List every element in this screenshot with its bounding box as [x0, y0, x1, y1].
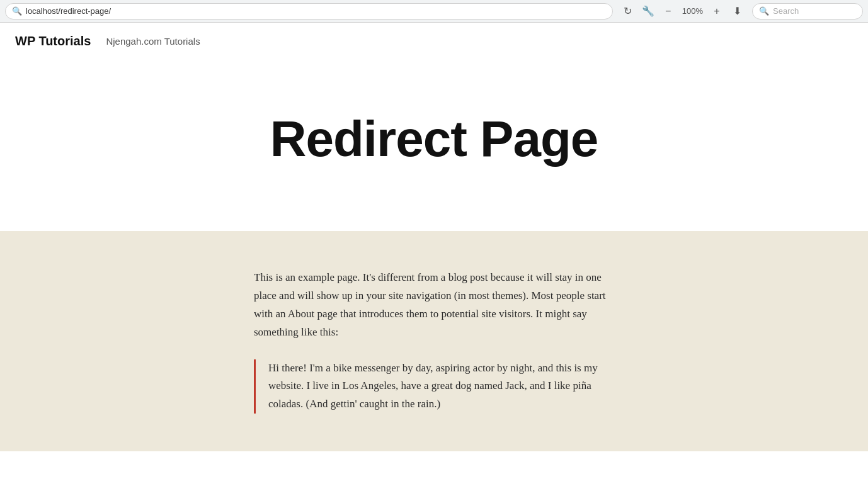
content-inner: This is an example page. It's different … — [239, 269, 629, 414]
address-bar[interactable]: 🔍 localhost/redirect-page/ — [5, 3, 613, 20]
blockquote-text: Hi there! I'm a bike messenger by day, a… — [268, 359, 614, 414]
browser-search-bar[interactable]: 🔍 Search — [752, 3, 863, 20]
nav-link-tutorials[interactable]: Njengah.com Tutorials — [106, 36, 200, 47]
browser-controls: ↻ 🔧 − 100% + ⬇ — [615, 3, 750, 20]
tools-button[interactable]: 🔧 — [639, 3, 657, 20]
zoom-out-button[interactable]: − — [660, 3, 677, 20]
zoom-in-button[interactable]: + — [708, 3, 726, 20]
site-header: WP Tutorials Njengah.com Tutorials — [0, 23, 868, 60]
hero-section: Redirect Page — [0, 60, 868, 231]
search-icon: 🔍 — [12, 6, 22, 16]
zoom-level: 100% — [680, 6, 705, 16]
content-section: This is an example page. It's different … — [0, 231, 868, 451]
search-bar-icon: 🔍 — [759, 6, 769, 16]
content-paragraph: This is an example page. It's different … — [254, 269, 614, 342]
blockquote: Hi there! I'm a bike messenger by day, a… — [254, 359, 614, 414]
site-logo[interactable]: WP Tutorials — [15, 34, 91, 48]
download-button[interactable]: ⬇ — [728, 3, 746, 20]
reload-button[interactable]: ↻ — [619, 3, 637, 20]
page-title: Redirect Page — [270, 110, 598, 168]
address-text: localhost/redirect-page/ — [26, 6, 606, 16]
browser-chrome: 🔍 localhost/redirect-page/ ↻ 🔧 − 100% + … — [0, 0, 868, 23]
search-bar-placeholder: Search — [773, 6, 799, 16]
